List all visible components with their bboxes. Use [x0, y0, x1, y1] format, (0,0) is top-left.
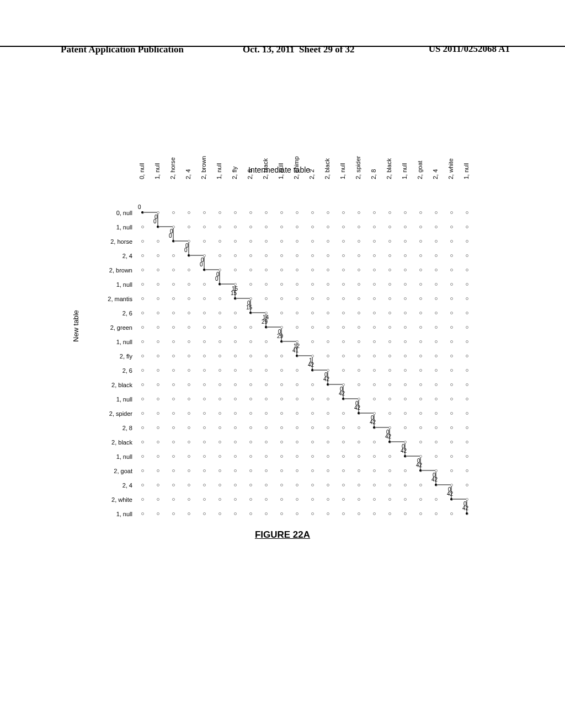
matrix-dot [233, 311, 237, 314]
matrix-dot [388, 340, 391, 343]
diag-point [233, 297, 237, 300]
matrix-dot [434, 297, 438, 300]
off-diag-value: 0 [448, 486, 451, 493]
matrix-dot [372, 225, 376, 228]
matrix-dot [342, 325, 345, 329]
row-label: 2, green [88, 324, 132, 331]
diag-point [403, 454, 407, 458]
matrix-dot [388, 469, 391, 472]
matrix-dot [264, 254, 268, 257]
matrix-dot [465, 325, 468, 329]
matrix-dot [141, 397, 144, 400]
column-label: 0, null [138, 163, 145, 179]
matrix-dot [434, 211, 438, 214]
matrix-dot [403, 268, 407, 271]
matrix-dot [403, 239, 407, 243]
matrix-dot [202, 469, 206, 472]
matrix-dot [295, 268, 299, 271]
off-diag-value: 0 [170, 228, 173, 234]
matrix-dot [311, 340, 314, 343]
matrix-dot [403, 340, 407, 343]
diagonal-path [141, 211, 494, 531]
header-sheet: Sheet 29 of 32 [299, 44, 355, 55]
matrix-dot [357, 440, 360, 443]
matrix-dot [249, 512, 252, 515]
matrix-dot [295, 440, 299, 443]
diag-point [342, 397, 345, 400]
matrix-dot [311, 397, 314, 400]
column-label: 2, black [386, 158, 392, 179]
matrix-dot [233, 325, 237, 329]
matrix-dot [419, 411, 422, 415]
matrix-dot [264, 354, 268, 357]
matrix-dot [450, 297, 453, 300]
matrix-dot [264, 411, 268, 415]
matrix-dot [187, 454, 190, 458]
off-diag-value: 0 [154, 214, 158, 220]
matrix-dot [202, 311, 206, 314]
matrix-dot [419, 497, 422, 501]
matrix-dot [419, 225, 422, 228]
matrix-dot [233, 268, 237, 271]
matrix-dot [202, 211, 206, 214]
matrix-dot [218, 239, 221, 243]
matrix-dot [465, 483, 468, 486]
row-label: 1, null [88, 511, 132, 517]
matrix-dot [156, 483, 159, 486]
matrix-dot [264, 440, 268, 443]
matrix-dot [357, 211, 360, 214]
matrix-dot [202, 497, 206, 501]
row-label: 1, null [88, 281, 132, 288]
matrix-dot [187, 397, 190, 400]
matrix-dot [357, 254, 360, 257]
matrix-dot [403, 325, 407, 329]
matrix-dot [264, 297, 268, 300]
matrix-dot [218, 411, 221, 415]
matrix-dot [218, 397, 221, 400]
matrix-dot [187, 354, 190, 357]
diag-point [218, 282, 221, 286]
matrix-dot [372, 297, 376, 300]
matrix-dot [172, 268, 175, 271]
matrix-dot [249, 426, 252, 429]
matrix-dot [311, 211, 314, 214]
diag-point [434, 483, 438, 486]
matrix-dot [141, 469, 144, 472]
matrix-dot [141, 254, 144, 257]
diag-point [280, 340, 283, 343]
matrix-dot [233, 239, 237, 243]
matrix-dot [388, 325, 391, 329]
matrix-dot [264, 211, 268, 214]
matrix-dot [202, 426, 206, 429]
matrix-dot [218, 325, 221, 329]
off-diag-value: 1 [309, 357, 312, 363]
diag-point [156, 225, 159, 228]
matrix-dot [450, 397, 453, 400]
matrix-dot [172, 440, 175, 443]
matrix-dot [450, 426, 453, 429]
matrix-dot [342, 239, 345, 243]
row-label: 1, null [88, 224, 132, 231]
row-label: 2, goat [88, 468, 132, 474]
matrix-dot [218, 483, 221, 486]
matrix-dot [419, 268, 422, 271]
matrix-dot [419, 397, 422, 400]
matrix-dot [434, 354, 438, 357]
matrix-dot [388, 454, 391, 458]
matrix-dot [342, 440, 345, 443]
matrix-dot [450, 325, 453, 329]
matrix-dot [202, 325, 206, 329]
matrix-dot [156, 454, 159, 458]
matrix-dot [450, 440, 453, 443]
matrix-dot [326, 325, 329, 329]
matrix-dot [311, 454, 314, 458]
matrix-dot [249, 469, 252, 472]
matrix-dot [280, 397, 283, 400]
matrix-dot [141, 512, 144, 515]
matrix-dot [295, 411, 299, 415]
matrix-dot [434, 497, 438, 501]
matrix-dot [187, 411, 190, 415]
matrix-dot [202, 454, 206, 458]
matrix-dot [357, 469, 360, 472]
matrix-dot [372, 397, 376, 400]
